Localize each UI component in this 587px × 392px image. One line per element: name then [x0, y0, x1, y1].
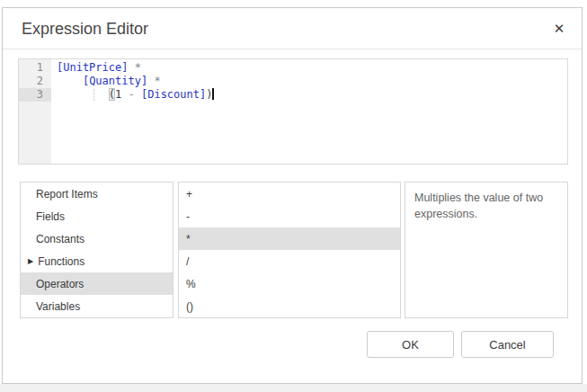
- code-area: [UnitPrice] * [Quantity] * (1 - [Discoun…: [51, 59, 567, 164]
- expression-editor-dialog: Expression Editor ✕ 1 2 3 [UnitPrice] * …: [2, 7, 583, 384]
- operator-label: /: [186, 255, 189, 268]
- list-item-label: Report Items: [36, 188, 98, 200]
- line-number: 1: [19, 61, 51, 75]
- indent-guide: [93, 89, 94, 101]
- ok-button[interactable]: OK: [367, 331, 454, 358]
- matched-paren: (: [109, 88, 115, 101]
- list-item-functions[interactable]: ▶Functions: [21, 250, 173, 272]
- operator-label: (): [186, 300, 193, 313]
- page-background-strip: [0, 384, 587, 392]
- list-item-constants[interactable]: Constants: [21, 227, 173, 250]
- operator-item-plus[interactable]: +: [179, 183, 400, 205]
- category-list: Report Items Fields Constants ▶Functions…: [20, 182, 173, 318]
- operator-token: *: [128, 61, 140, 74]
- operator-list: + - * / % (): [178, 182, 401, 318]
- dialog-title: Expression Editor: [22, 8, 148, 49]
- line-number: 2: [19, 75, 51, 88]
- line-number-gutter: 1 2 3: [19, 59, 51, 164]
- line-number-active: 3: [19, 88, 51, 102]
- list-item-operators[interactable]: Operators: [21, 272, 173, 295]
- description-panel: Multiplies the value of two expressions.: [405, 182, 568, 318]
- operator-label: +: [186, 188, 192, 200]
- operator-item-parentheses[interactable]: (): [179, 295, 400, 317]
- code-line-2: [Quantity] *: [57, 75, 567, 88]
- operator-label: %: [186, 278, 196, 290]
- indent: [57, 75, 83, 87]
- operator-item-modulo[interactable]: %: [179, 272, 400, 295]
- indent: [57, 88, 109, 101]
- code-line-1: [UnitPrice] *: [57, 61, 567, 75]
- text-caret: [212, 88, 214, 100]
- operator-label: *: [186, 233, 191, 245]
- operator-item-minus[interactable]: -: [179, 205, 400, 227]
- expand-arrow-icon[interactable]: ▶: [28, 257, 33, 265]
- expression-code-editor[interactable]: 1 2 3 [UnitPrice] * [Quantity] * (1 - [D…: [18, 58, 568, 165]
- operator-item-multiply[interactable]: *: [179, 227, 400, 250]
- operator-token: -: [121, 88, 141, 101]
- description-text: Multiplies the value of two expressions.: [414, 192, 543, 220]
- list-item-label: Variables: [36, 300, 80, 313]
- dialog-header: Expression Editor ✕: [3, 8, 582, 49]
- close-paren: ): [206, 88, 212, 101]
- list-item-fields[interactable]: Fields: [21, 205, 173, 227]
- field-token: [Discount]: [141, 88, 206, 101]
- field-token: [UnitPrice]: [57, 61, 128, 74]
- list-item-label: Functions: [38, 255, 84, 268]
- list-item-label: Operators: [36, 278, 84, 290]
- close-icon[interactable]: ✕: [547, 17, 571, 40]
- operator-label: -: [186, 210, 190, 223]
- list-item-report-items[interactable]: Report Items: [21, 183, 173, 205]
- operator-item-divide[interactable]: /: [179, 250, 400, 272]
- list-item-label: Constants: [36, 233, 84, 245]
- list-item-variables[interactable]: Variables: [21, 295, 173, 317]
- list-item-label: Fields: [36, 210, 65, 223]
- field-token: [Quantity]: [83, 75, 147, 87]
- cancel-button[interactable]: Cancel: [461, 331, 554, 358]
- operator-token: *: [147, 75, 160, 87]
- code-line-3: (1 - [Discount]): [57, 88, 567, 102]
